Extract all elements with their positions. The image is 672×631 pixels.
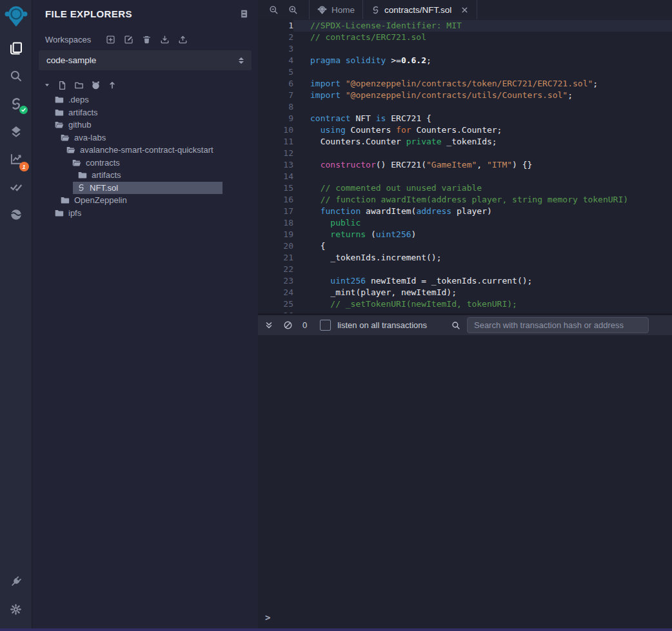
line-number[interactable]: 8 — [258, 101, 293, 113]
restore-workspaces-icon[interactable] — [178, 35, 188, 44]
workspace-select[interactable]: code-sample — [39, 50, 252, 70]
book-icon[interactable] — [239, 9, 249, 19]
publish-upload-icon[interactable] — [108, 81, 117, 90]
code-line-22[interactable]: 22 — [258, 264, 672, 275]
zoom-in-icon[interactable] — [288, 5, 298, 15]
line-number[interactable]: 9 — [258, 113, 293, 124]
line-number[interactable]: 1 — [258, 20, 293, 32]
line-number[interactable]: 14 — [258, 171, 293, 182]
line-number[interactable]: 2 — [258, 32, 293, 43]
code-line-20[interactable]: 20 { — [258, 240, 672, 252]
new-folder-icon[interactable] — [74, 81, 84, 90]
tree-item-.deps[interactable]: .deps — [32, 93, 258, 106]
terminal-prompt: > — [265, 612, 270, 623]
solidity-unit-testing-icon[interactable] — [8, 179, 25, 195]
line-number[interactable]: 7 — [258, 90, 293, 101]
code-line-19[interactable]: 19 returns (uint256) — [258, 229, 672, 240]
workspaces-row: Workspaces — [32, 35, 258, 44]
code-line-10[interactable]: 10 using Counters for Counters.Counter; — [258, 124, 672, 136]
code-editor[interactable]: 1//SPDX-License-Identifier: MIT2// contr… — [258, 19, 672, 313]
tree-item-label: ipfs — [68, 208, 81, 218]
tree-item-artifacts[interactable]: artifacts — [32, 106, 258, 119]
zoom-out-icon[interactable] — [269, 5, 279, 15]
plugin-sphere-icon[interactable] — [8, 206, 25, 223]
code-line-7[interactable]: 7import "@openzeppelin/contracts/utils/C… — [258, 90, 672, 101]
code-line-5[interactable]: 5 — [258, 66, 672, 78]
code-line-23[interactable]: 23 uint256 newItemId = _tokenIds.current… — [258, 275, 672, 287]
code-line-24[interactable]: 24 _mint(player, newItemId); — [258, 287, 672, 298]
line-number[interactable]: 23 — [258, 275, 293, 287]
line-number[interactable]: 11 — [258, 136, 293, 148]
line-number[interactable]: 25 — [258, 298, 293, 310]
tree-item-label: OpenZeppelin — [74, 195, 127, 205]
new-file-icon[interactable] — [57, 81, 67, 90]
tab-home[interactable]: Home — [309, 0, 363, 19]
line-number[interactable]: 19 — [258, 229, 293, 240]
github-clone-icon[interactable] — [91, 81, 101, 90]
line-number[interactable]: 5 — [258, 66, 293, 78]
code-line-8[interactable]: 8 — [258, 101, 672, 113]
tab-contracts-nft-sol[interactable]: contracts/NFT.sol — [363, 0, 477, 19]
line-number[interactable]: 17 — [258, 206, 293, 217]
deploy-and-run-icon[interactable] — [8, 123, 25, 140]
expand-terminal-icon[interactable] — [264, 321, 273, 330]
tree-item-openzeppelin[interactable]: OpenZeppelin — [32, 194, 258, 207]
file-explorer-icon[interactable] — [8, 40, 25, 57]
tree-item-ava-labs[interactable]: ava-labs — [32, 131, 258, 144]
line-number[interactable]: 3 — [258, 43, 293, 55]
tree-item-artifacts[interactable]: artifacts — [32, 169, 258, 182]
line-number[interactable]: 13 — [258, 159, 293, 171]
transaction-search-input[interactable] — [467, 317, 649, 333]
tree-item-avalanche-smart-contract-quickstart[interactable]: avalanche-smart-contract-quickstart — [32, 144, 258, 157]
code-line-25[interactable]: 25 // _setTokenURI(newItemId, tokenURI); — [258, 298, 672, 310]
line-number[interactable]: 6 — [258, 78, 293, 90]
code-line-18[interactable]: 18 public — [258, 217, 672, 229]
line-number[interactable]: 22 — [258, 264, 293, 275]
code-line-15[interactable]: 15 // commented out unused variable — [258, 182, 672, 194]
statistics-icon[interactable]: 1 — [8, 151, 25, 168]
search-icon[interactable] — [8, 68, 25, 84]
delete-workspace-icon[interactable] — [142, 35, 152, 44]
line-number[interactable]: 16 — [258, 194, 293, 206]
tree-item-github[interactable]: github — [32, 119, 258, 131]
code-line-2[interactable]: 2// contracts/ERC721.sol — [258, 32, 672, 43]
code-line-1[interactable]: 1//SPDX-License-Identifier: MIT — [258, 20, 672, 32]
code-line-3[interactable]: 3 — [258, 43, 672, 55]
line-number[interactable]: 10 — [258, 124, 293, 136]
terminal-output[interactable]: > — [258, 335, 672, 628]
line-number[interactable]: 24 — [258, 287, 293, 298]
rename-workspace-icon[interactable] — [124, 35, 133, 44]
plugin-manager-icon[interactable] — [8, 573, 25, 590]
folder-icon — [54, 95, 64, 104]
panel-header: FILE EXPLORERS — [32, 0, 258, 19]
line-number[interactable]: 12 — [258, 148, 293, 159]
remix-logo-icon[interactable] — [4, 4, 28, 28]
download-workspaces-icon[interactable] — [160, 35, 170, 44]
tree-item-contracts[interactable]: contracts — [32, 157, 258, 170]
listen-transactions-checkbox[interactable] — [320, 320, 331, 331]
line-number[interactable]: 15 — [258, 182, 293, 194]
line-number[interactable]: 4 — [258, 55, 293, 66]
code-line-11[interactable]: 11 Counters.Counter private _tokenIds; — [258, 136, 672, 148]
tree-item-nft.sol[interactable]: NFT.sol — [32, 182, 258, 195]
code-line-12[interactable]: 12 — [258, 148, 672, 159]
line-number[interactable]: 21 — [258, 252, 293, 264]
close-tab-icon[interactable] — [460, 6, 469, 14]
line-number[interactable]: 18 — [258, 217, 293, 229]
code-line-4[interactable]: 4pragma solidity >=0.6.2; — [258, 55, 672, 66]
create-workspace-icon[interactable] — [106, 35, 115, 44]
collapse-chevron-icon[interactable] — [44, 82, 50, 88]
settings-icon[interactable] — [8, 601, 25, 617]
code-line-17[interactable]: 17 function awardItem(address player) — [258, 206, 672, 217]
tree-item-label: artifacts — [92, 170, 121, 180]
code-line-13[interactable]: 13 constructor() ERC721("GameItem", "ITM… — [258, 159, 672, 171]
code-line-21[interactable]: 21 _tokenIds.increment(); — [258, 252, 672, 264]
code-line-6[interactable]: 6import "@openzeppelin/contracts/token/E… — [258, 78, 672, 90]
solidity-compiler-icon[interactable] — [8, 95, 25, 112]
tree-item-ipfs[interactable]: ipfs — [32, 207, 258, 220]
code-line-14[interactable]: 14 — [258, 171, 672, 182]
listen-transactions-label: listen on all transactions — [337, 320, 427, 330]
code-line-16[interactable]: 16 // function awardItem(address player,… — [258, 194, 672, 206]
code-line-9[interactable]: 9contract NFT is ERC721 { — [258, 113, 672, 124]
line-number[interactable]: 20 — [258, 240, 293, 252]
